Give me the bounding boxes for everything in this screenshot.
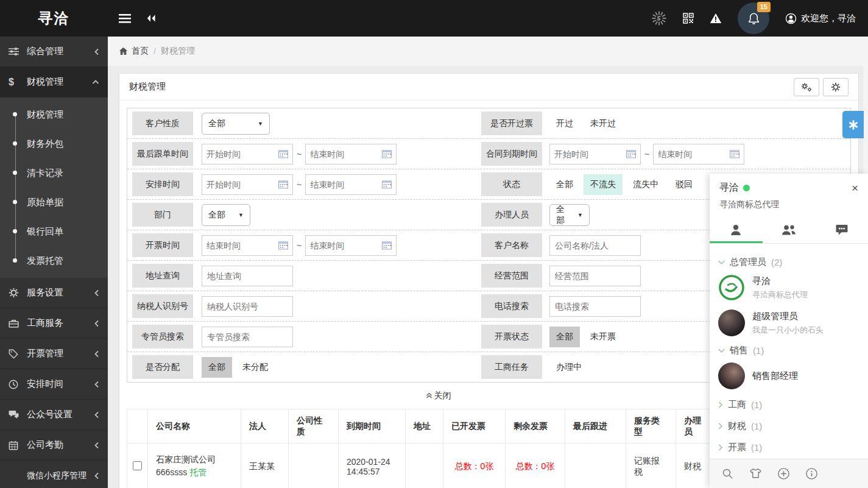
handler-select[interactable]: 全部 ▼ (549, 204, 590, 226)
collapse-sidebar-icon[interactable] (146, 14, 156, 23)
schedule-start-date[interactable] (202, 174, 293, 195)
cell-address (406, 444, 443, 488)
tab-contacts[interactable] (710, 216, 763, 243)
filter-label-phone-search: 电话搜索 (481, 294, 542, 318)
chevron-left-icon (94, 411, 99, 419)
sidebar-item-general[interactable]: 综合管理 (0, 37, 108, 67)
customer-name-input[interactable] (549, 235, 641, 256)
gear-settings-button[interactable] (823, 78, 849, 96)
screen: 寻洽 (0, 0, 868, 488)
add-icon[interactable] (777, 467, 790, 480)
notifications-bell[interactable]: 15 (738, 2, 769, 34)
chevron-down-icon (718, 348, 725, 353)
chat-close-icon[interactable]: × (852, 182, 858, 194)
bell-icon (747, 12, 760, 25)
row-checkbox[interactable] (133, 461, 142, 470)
column-service-type: 服务类型 (626, 409, 676, 444)
option-status-not-lost[interactable]: 不流失 (584, 174, 623, 195)
topbar: 寻洽 (0, 0, 868, 37)
sidebar-item-official-account[interactable]: 公众号设置 (0, 400, 108, 430)
breadcrumb-home[interactable]: 首页 (119, 46, 149, 57)
clock-icon (9, 380, 22, 389)
double-chevron-up-icon (425, 392, 433, 399)
filter-label-business-task: 工商任务 (481, 355, 542, 379)
invoice-start-date[interactable] (202, 235, 293, 256)
sidebar-item-service-settings[interactable]: 服务设置 (0, 278, 108, 308)
option-not-invoiced[interactable]: 未开过 (584, 113, 623, 134)
sidebar-item-invoice-management[interactable]: 开票管理 (0, 339, 108, 369)
theme-shirt-icon[interactable] (749, 468, 762, 479)
tab-conversations[interactable] (815, 216, 868, 243)
supervisor-search-input[interactable] (202, 327, 293, 347)
group-business[interactable]: 工商 (1) (718, 399, 859, 411)
sidebar-item-miniprogram[interactable]: 微信小程序管理 (0, 461, 108, 488)
column-remaining-invoices: 剩余发票 (506, 409, 565, 444)
option-status-rejected[interactable]: 驳回 (669, 174, 699, 195)
contact-xunqia[interactable]: 寻洽 寻洽商标总代理 (718, 274, 859, 301)
cogs-settings-button[interactable] (794, 78, 819, 96)
calendar-picker-icon (278, 180, 288, 189)
option-task-processing[interactable]: 办理中 (549, 357, 588, 378)
company-name-link[interactable]: 石家庄测试公司 (156, 454, 233, 465)
sidebar-subitem-original-docs[interactable]: 原始单据 (0, 188, 108, 217)
option-status-all[interactable]: 全部 (549, 174, 580, 195)
last-follow-end-date[interactable] (305, 144, 397, 164)
sidebar-subitem-card-clearing[interactable]: 清卡记录 (0, 158, 108, 188)
chevron-down-icon: ▼ (238, 212, 244, 218)
sidebar-item-schedule[interactable]: 安排时间 (0, 369, 108, 400)
option-status-losing[interactable]: 流失中 (626, 174, 665, 195)
chevron-left-icon (94, 350, 99, 358)
address-search-input[interactable] (202, 266, 293, 286)
business-scope-input[interactable] (549, 266, 641, 286)
avatar-logo (718, 274, 745, 301)
chevron-right-icon (718, 444, 723, 451)
sidebar-subitem-bank-receipts[interactable]: 银行回单 (0, 217, 108, 246)
sidebar-item-attendance[interactable]: 公司考勤 (0, 430, 108, 461)
cogs-icon (801, 82, 812, 92)
taxpayer-id-input[interactable] (202, 296, 293, 317)
option-invoiced[interactable]: 开过 (549, 113, 580, 134)
option-invoice-status-none[interactable]: 未开票 (584, 327, 623, 347)
schedule-end-date[interactable] (305, 174, 397, 195)
warning-icon[interactable] (710, 13, 722, 24)
sidebar-item-finance-tax[interactable]: $ 财税管理 (0, 67, 108, 97)
loading-spinner-icon (651, 10, 667, 26)
gear-icon (831, 82, 841, 92)
contact-super-admin[interactable]: 超级管理员 我是一只小小的石头 (718, 309, 859, 336)
contract-expire-end-date[interactable] (653, 144, 744, 164)
sidebar-subitem-finance-tax[interactable]: 财税管理 (0, 100, 108, 129)
info-icon[interactable] (805, 467, 818, 480)
search-icon[interactable] (722, 468, 734, 480)
sidebar-subitem-invoice-custody[interactable]: 发票托管 (0, 246, 108, 275)
option-invoice-status-all[interactable]: 全部 (549, 327, 580, 347)
invoice-end-date[interactable] (305, 235, 397, 256)
panel-header: 财税管理 (119, 74, 858, 101)
sidebar-subitem-outsourcing[interactable]: 财务外包 (0, 129, 108, 158)
floating-widget-button[interactable] (842, 111, 864, 138)
hamburger-menu-icon[interactable] (119, 14, 131, 23)
option-unassigned[interactable]: 未分配 (236, 357, 275, 378)
group-sales[interactable]: 销售 (1) (718, 345, 859, 356)
phone-search-input[interactable] (549, 296, 641, 317)
contract-expire-start-date[interactable] (549, 144, 641, 164)
last-follow-start-date[interactable] (202, 144, 293, 164)
user-menu[interactable]: 欢迎您，寻洽 (785, 13, 856, 24)
page-title: 财税管理 (129, 81, 166, 93)
dollar-icon: $ (9, 77, 22, 88)
collapse-filters-link[interactable]: 关闭 (119, 385, 757, 409)
group-admins[interactable]: 总管理员 (2) (718, 256, 859, 268)
chevron-left-icon (94, 320, 99, 327)
cell-remaining: 总数：0张 (506, 444, 565, 488)
group-finance-tax[interactable]: 财税 (1) (718, 420, 859, 432)
qr-code-icon[interactable] (683, 13, 694, 24)
sidebar-item-business-services[interactable]: 工商服务 (0, 308, 108, 339)
breadcrumb-current: 财税管理 (161, 46, 195, 57)
department-select[interactable]: 全部 ▼ (202, 204, 250, 226)
avatar-photo (718, 362, 745, 389)
group-invoicing[interactable]: 开票 (1) (718, 442, 859, 453)
contact-sales-manager[interactable]: 销售部经理 (718, 362, 859, 389)
tab-groups[interactable] (763, 216, 816, 243)
customer-type-select[interactable]: 全部 ▼ (202, 113, 270, 135)
option-assigned-all[interactable]: 全部 (202, 357, 232, 378)
cell-handler: 财税 (676, 444, 714, 488)
